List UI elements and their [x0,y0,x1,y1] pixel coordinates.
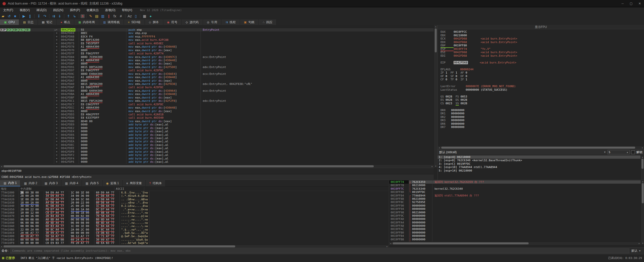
register-row[interactable]: CS 0023 SS 002B [440,102,644,105]
dump-row[interactable]: 77A410B022 00 24 0090 8C A4 772A 00 2C 0… [0,228,389,231]
breakpoint-dot-icon[interactable]: ● [56,150,57,153]
disasm-row[interactable]: ●0042FDA2A1 480A4300mov eax,dword ptr ds… [0,76,434,79]
register-row[interactable]: ESI0042FD68<acid burn.EntryPoint> [440,51,644,54]
dump-row[interactable]: 77A410C020 0E A7 7730 09 A7 7700 00 00 0… [0,231,389,235]
breakpoint-dot-icon[interactable]: ● [56,28,57,31]
breakpoint-dot-icon[interactable]: ● [56,89,57,92]
argument-row[interactable]: 2: [esp+8] 762C6340 <kernel32.BaseThread… [438,159,640,162]
register-row[interactable]: EIP0042FD68 <acid burn.EntryPoint> [440,61,644,64]
menu-item-P[interactable]: 插件(P) [67,7,83,13]
chevron-down-icon[interactable]: ▼ [604,151,606,153]
scroll-up-icon[interactable]: ▴ [641,180,644,183]
stack-row[interactable]: 0019FF90│00000000 [389,204,641,207]
disasm-row[interactable]: ●0042FD6EB8 88FC4200mov eax,acid burn.42… [0,38,434,42]
breakpoint-dot-icon[interactable]: ● [56,38,57,42]
breakpoint-dot-icon[interactable]: ● [56,120,57,123]
disasm-row[interactable]: ●0042FDBF8B00mov eax,dword ptr ds:[eax] [0,96,434,99]
dump-row[interactable]: 77A410201E 00 20 00DC D8 A4 771A 00 1C 0… [0,198,389,201]
breakpoint-dot-icon[interactable]: ● [56,106,57,109]
disasm-row[interactable]: ●0042FD848B0D 7C094300mov ecx,dword ptr … [0,55,434,59]
scroll-up-icon[interactable]: ▴ [434,25,437,28]
handles-device-icon[interactable]: ▯ [133,14,139,19]
stack-hscrollbar[interactable]: ◂ ▸ [389,242,641,245]
breakpoint-dot-icon[interactable]: ● [56,130,57,133]
argument-row[interactable]: 4: [esp+10] 77AA8944 ntdll.77AA8944 [438,166,640,169]
tab-breakpoints[interactable]: ●断点 [57,19,75,25]
register-row[interactable]: GS 002B FS 0053 [440,95,644,99]
menu-item-V[interactable]: 视图(V) [16,7,33,13]
patches-icon[interactable]: ∥ [106,14,112,19]
breakpoint-dot-icon[interactable]: ● [56,72,57,76]
breakpoint-dot-icon[interactable]: ● [56,79,57,82]
disasm-row[interactable]: ●0042FDEC0000add byte ptr ds:[eax],al [0,143,434,147]
registers-hscrollbar[interactable]: ◂ ▸ [438,146,644,149]
breakpoint-dot-icon[interactable]: ● [56,137,57,140]
stack-row[interactable]: 0019FF94│00000000 [389,207,641,211]
disasm-row[interactable]: ●0042FDE60000add byte ptr ds:[eax],al [0,133,434,137]
disasm-row[interactable]: ●0042FDC7E8 C0A1FFFFcall acid burn.429F8… [0,103,434,106]
disasm-row[interactable]: ●0042FDF40000add byte ptr ds:[eax],al [0,157,434,160]
menu-item-N[interactable]: 跟踪(N) [50,7,67,13]
dump-row[interactable]: 77A4107014 00 16 0028 84 A4 7700 00 02 0… [0,214,389,218]
disasm-row[interactable]: ●0042FDAFE8 D8A1FFFFcall acid burn.429F8… [0,86,434,89]
stack-row[interactable]: 0019FF98│00210000 [389,211,641,214]
scrollbar-thumb[interactable] [4,245,235,247]
scrollbar-thumb[interactable] [641,159,643,169]
register-row[interactable]: DR300000000 [440,119,644,122]
stop-icon[interactable]: ■ [12,14,18,19]
disasm-row[interactable]: ●0042FD97E8 F0A1FFFFcall acid burn.429F8… [0,69,434,72]
dump-tab-监视1[interactable]: ◉监视 1 [103,180,123,186]
open-file-icon[interactable]: ▰ [0,14,6,19]
dump-row[interactable]: 77A4104030 00 32 004C D8 A4 772C 00 2E 0… [0,204,389,208]
maximize-button[interactable]: ▢ [627,0,635,7]
register-row[interactable]: CF 0 TF 0 IF 1 [440,78,644,81]
dump-tab-局部变量[interactable]: ≡局部变量 [123,180,146,186]
disasm-row[interactable]: ●0042FD7D8B00mov eax,dword ptr ds:[eax] [0,49,434,52]
register-row[interactable]: OF 0 SF 0 DF 0 [440,75,644,78]
breakpoint-dot-icon[interactable]: ● [56,82,57,86]
dump-tab-内存3[interactable]: ▦内存 3 [41,180,61,186]
stack-row[interactable]: 0019FF80└0019FFDC [389,190,641,194]
dump-row[interactable]: 77A410E000 00 00 0000 00 00 0060 24 A7 7… [0,238,389,241]
stack-row[interactable]: 0019FFB4│00000000 [389,234,641,238]
tab-call-stack[interactable]: ▥调用堆栈 [99,19,124,25]
dump-tab-内存4[interactable]: ▦内存 4 [61,180,82,186]
stack-row[interactable]: 0019FF74┌762C6359返回到 kernel32.762C6359 自… [389,180,641,184]
register-row[interactable]: DR700000000 [440,125,644,129]
disassembly-hscrollbar[interactable]: ◂ ▸ [0,165,434,168]
breakpoint-dot-icon[interactable]: ● [56,116,57,119]
register-row[interactable]: DR000000000 [440,109,644,112]
restart-icon[interactable]: ↺ [6,14,12,19]
scroll-right-icon[interactable]: ▸ [431,165,434,168]
scroll-right-icon[interactable]: ▸ [641,146,644,149]
step-out-icon[interactable]: ⇑ [66,14,71,19]
tab-script[interactable]: ◇脚本 [145,19,163,25]
register-row[interactable]: EDI0042FD68<acid burn.EntryPoint> [440,54,644,58]
register-row[interactable]: DR200000000 [440,115,644,119]
functions-fx-icon[interactable]: fx [112,14,118,19]
minimize-button[interactable]: ─ [618,0,627,7]
disasm-row[interactable]: ●0042FD8AA1 480A4300mov eax,dword ptr ds… [0,59,434,62]
stack-row[interactable]: 0019FF7C│762C6340kernel32.762C6340 [389,187,641,190]
dump-tab-内存5[interactable]: ▦内存 5 [82,180,102,186]
breakpoint-dot-icon[interactable]: ● [56,86,57,89]
tab-trace[interactable]: ∴跟踪 [259,19,277,25]
stack-row[interactable]: 0019FFA0│00000000 [389,217,641,221]
unlock-checkbox[interactable] [631,150,635,154]
argument-count-stepper[interactable]: 5 ▲ [607,150,630,154]
scroll-down-icon[interactable]: ▾ [641,242,644,245]
hash-icon[interactable]: # [118,14,124,19]
run-to-user-code-icon[interactable]: ↳ [72,14,77,19]
breakpoint-dot-icon[interactable]: ● [56,133,57,137]
step-over-icon[interactable]: ↷ [42,14,48,19]
stack-row[interactable]: 0019FFA4│00000000 [389,221,641,224]
arguments-vscrollbar[interactable]: ▴ [640,155,644,180]
dump-row[interactable]: 77A4108006 00 08 00A0 8D A4 7706 00 08 0… [0,218,389,221]
disasm-row[interactable]: ●0042FDD3E8 40A2FFFFcall acid burn.42A01… [0,113,434,116]
show-fpu-button[interactable]: 显示FPU [438,25,644,29]
breakpoint-dot-icon[interactable]: ● [56,147,57,150]
dump-row[interactable]: 77A4101028 00 2A 0034 D9 A4 7734 00 36 0… [0,194,389,198]
dump-tab-内存2[interactable]: ▦内存 2 [20,180,41,186]
disasm-row[interactable]: ●0042FDEE0000add byte ptr ds:[eax],al [0,147,434,150]
menu-item-D[interactable]: 调试(D) [33,7,50,13]
